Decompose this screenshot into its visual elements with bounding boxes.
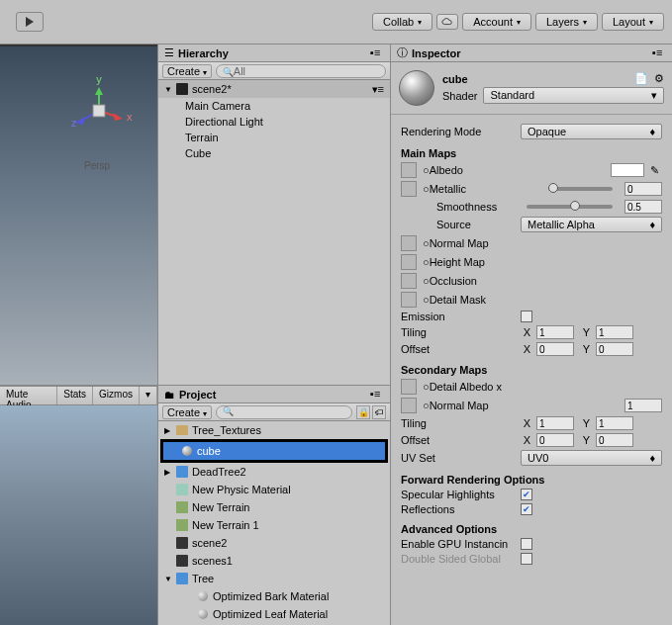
hierarchy-create-button[interactable]: Create ▾ [162,64,212,78]
project-item[interactable]: New Terrain 1 [158,516,390,534]
hierarchy-create-row: Create ▾ 🔍All [158,62,390,80]
inspector-menu-button[interactable]: ▪≡ [652,46,666,60]
normal-map-texture-slot[interactable] [401,235,417,251]
asset-icon [175,536,189,550]
metallic-texture-slot[interactable] [401,181,417,197]
offset-label: Offset [401,343,515,355]
gizmos-button[interactable]: Gizmos [93,387,140,404]
project-search-input[interactable]: 🔍 [216,405,352,419]
detail-albedo-texture-slot[interactable] [401,379,417,395]
asset-icon [175,554,189,568]
offset-y-input[interactable] [596,342,633,356]
collab-button[interactable]: Collab▾ [372,13,432,31]
project-create-button[interactable]: Create ▾ [162,405,212,419]
normal-map2-texture-slot[interactable] [401,398,417,413]
game-view[interactable] [0,405,157,625]
scene-row[interactable]: ▼ scene2* ▾≡ [158,80,390,98]
top-toolbar: Collab▾ Account▾ Layers▾ Layout▾ [0,0,672,45]
filter-by-type-button[interactable]: 🔒 [356,405,370,419]
offset2-x-input[interactable] [536,433,574,447]
svg-marker-5 [75,117,85,125]
metallic-value-input[interactable] [624,182,662,196]
asset-icon [175,465,189,479]
offset2-y-input[interactable] [596,433,633,447]
hierarchy-item[interactable]: Terrain [158,130,390,145]
hierarchy-item[interactable]: Main Camera [158,98,390,114]
project-item[interactable]: ▶Tree_Textures [158,421,390,439]
hierarchy-menu-button[interactable]: ▪≡ [370,46,384,60]
hierarchy-tree[interactable]: ▼ scene2* ▾≡ Main Camera Directional Lig… [158,80,390,385]
project-item[interactable]: New Terrain [158,498,390,516]
hierarchy-search-input[interactable]: 🔍All [216,64,386,78]
folder-icon: 🖿 [164,389,175,401]
project-item[interactable]: cube [160,439,388,463]
gpu-instancing-checkbox[interactable] [521,538,532,550]
mute-audio-button[interactable]: Mute Audio [0,387,57,404]
orientation-gizmo[interactable]: y x z [69,81,129,142]
filter-by-label-button[interactable]: 🏷 [372,405,386,419]
expand-icon[interactable]: ▶ [164,426,172,435]
hierarchy-item[interactable]: Cube [158,145,390,161]
tiling2-x-input[interactable] [536,416,574,430]
stats-button[interactable]: Stats [57,387,93,404]
project-item[interactable]: ▼Tree [158,570,390,587]
expand-icon[interactable]: ▶ [164,468,172,477]
project-item[interactable]: Optimized Leaf Material [158,605,390,623]
project-item[interactable]: scene2 [158,534,390,552]
normal-map2-label: ○Normal Map [423,400,489,411]
unity-scene-icon [175,82,189,96]
hierarchy-tab[interactable]: ☰ Hierarchy ▪≡ [158,45,390,62]
chevron-down-icon[interactable]: ▼ [164,85,172,94]
shader-dropdown[interactable]: Standard▾ [483,87,664,104]
uv-set-dropdown[interactable]: UV0♦ [521,450,662,466]
tiling-x-input[interactable] [536,325,574,339]
eyedropper-icon[interactable]: ✎ [650,164,662,177]
smoothness-value-input[interactable] [624,200,662,214]
project-tree[interactable]: ▶Tree_Texturescube▶DeadTree2New Physic M… [158,421,390,625]
spec-highlights-checkbox[interactable]: ✔ [521,489,532,500]
advanced-options-header: Advanced Options [401,523,662,535]
reference-button[interactable]: 📄 [634,72,648,85]
smoothness-slider[interactable] [527,205,613,209]
project-tab[interactable]: 🖿 Project ▪≡ [158,386,390,403]
occlusion-texture-slot[interactable] [401,273,417,289]
axis-z-label: z [71,117,77,129]
project-item[interactable]: Optimized Bark Material [158,587,390,605]
expand-icon[interactable]: ▼ [164,575,172,583]
project-item-label: New Terrain [192,501,250,513]
layout-button[interactable]: Layout▾ [602,13,664,31]
layers-button[interactable]: Layers▾ [535,13,598,31]
tiling-y-input[interactable] [596,325,633,339]
reflections-checkbox[interactable]: ✔ [521,503,532,515]
rendering-mode-dropdown[interactable]: Opaque♦ [521,124,662,139]
project-item[interactable]: ▶DeadTree2 [158,463,390,481]
albedo-texture-slot[interactable] [401,162,417,178]
gizmos-dropdown-button[interactable]: ▾ [140,387,157,404]
project-item-label: cube [197,445,221,457]
cloud-button[interactable] [436,14,458,30]
account-button[interactable]: Account▾ [462,13,531,31]
metallic-slider[interactable] [548,187,613,191]
albedo-color-swatch[interactable] [611,163,644,177]
forward-rendering-header: Forward Rendering Options [401,474,662,486]
height-map-texture-slot[interactable] [401,254,417,270]
detail-mask-texture-slot[interactable] [401,292,417,308]
settings-gear-icon[interactable]: ⚙ [654,72,664,85]
emission-checkbox[interactable] [521,311,532,322]
offset-x-input[interactable] [536,342,574,356]
hierarchy-item[interactable]: Directional Light [158,114,390,130]
detail-mask-label: ○Detail Mask [423,294,486,306]
offset2-label: Offset [401,434,515,446]
inspector-tab[interactable]: ⓘ Inspector ▪≡ [391,45,672,62]
scene-view[interactable]: y x z Persp [0,45,157,386]
project-menu-button[interactable]: ▪≡ [370,388,384,402]
project-item[interactable]: New Physic Material [158,481,390,498]
normal-map2-value-input[interactable] [624,399,662,412]
tiling2-y-input[interactable] [596,416,633,430]
source-dropdown[interactable]: Metallic Alpha♦ [521,217,662,232]
scene-menu-button[interactable]: ▾≡ [372,83,384,96]
material-name: cube [442,73,468,85]
play-button[interactable] [16,12,44,32]
project-item[interactable]: scenes1 [158,552,390,570]
scene-view-toolbar: Mute Audio Stats Gizmos ▾ [0,386,157,405]
